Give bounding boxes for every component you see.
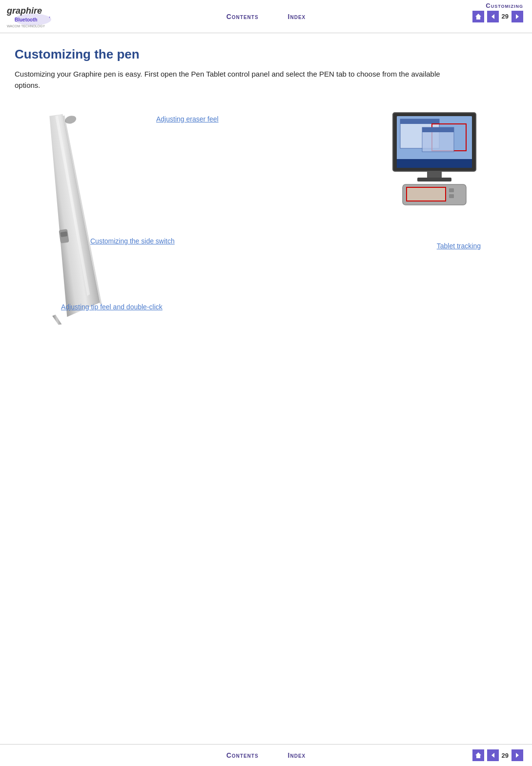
svg-rect-20 [427, 171, 442, 179]
page-number-bottom: 29 [502, 752, 509, 759]
svg-rect-23 [407, 187, 446, 201]
main-content: Customizing the pen Customizing your Gra… [0, 33, 532, 359]
contents-link-bottom[interactable]: Contents [226, 751, 259, 759]
svg-rect-25 [449, 194, 454, 198]
header-nav: Contents Index [226, 13, 306, 20]
intro-paragraph: Customizing your Graphire pen is easy. F… [15, 69, 454, 91]
svg-rect-10 [61, 231, 68, 237]
svg-rect-24 [449, 188, 454, 192]
adjusting-eraser-link[interactable]: Adjusting eraser feel [156, 115, 219, 123]
footer: Contents Index 29 [0, 744, 532, 766]
pen-illustration [24, 105, 102, 325]
svg-rect-19 [422, 127, 454, 132]
page-number-top: 29 [502, 13, 509, 20]
forward-button-footer[interactable] [512, 749, 523, 761]
index-link-bottom[interactable]: Index [288, 751, 306, 759]
page-title: Customizing the pen [15, 47, 512, 62]
footer-controls: 29 [472, 749, 523, 761]
side-switch-link[interactable]: Customizing the side switch [90, 237, 175, 245]
tip-feel-link[interactable]: Adjusting tip feel and double-click [61, 303, 163, 311]
svg-marker-7 [516, 14, 519, 19]
contents-link-top[interactable]: Contents [226, 13, 259, 20]
logo: graphire Bluetooth ʿ WACOM TECHNOLOGY [6, 3, 60, 30]
tablet-tracking-area [386, 110, 483, 213]
header-controls: 29 [472, 11, 523, 22]
svg-marker-27 [491, 753, 494, 758]
index-link-top[interactable]: Index [288, 13, 306, 20]
diagram-area: Adjusting eraser feel Customizing the si… [15, 105, 512, 340]
svg-marker-26 [475, 752, 481, 758]
tablet-tracking-link[interactable]: Tablet tracking [437, 242, 481, 250]
home-button-footer[interactable] [472, 749, 484, 761]
header: graphire Bluetooth ʿ WACOM TECHNOLOGY Co… [0, 0, 532, 33]
svg-rect-21 [417, 178, 451, 181]
back-button[interactable] [487, 11, 499, 22]
svg-marker-5 [475, 14, 481, 20]
svg-marker-28 [516, 753, 519, 758]
svg-text:Bluetooth: Bluetooth [15, 17, 38, 22]
svg-text:ʿ: ʿ [49, 16, 51, 23]
svg-rect-16 [400, 119, 439, 124]
home-button[interactable] [472, 11, 484, 22]
svg-rect-14 [397, 159, 472, 168]
back-button-footer[interactable] [487, 749, 499, 761]
svg-marker-6 [491, 14, 494, 19]
footer-nav: Contents Index [226, 751, 306, 759]
svg-text:WACOM TECHNOLOGY: WACOM TECHNOLOGY [7, 24, 45, 28]
forward-button[interactable] [512, 11, 523, 22]
